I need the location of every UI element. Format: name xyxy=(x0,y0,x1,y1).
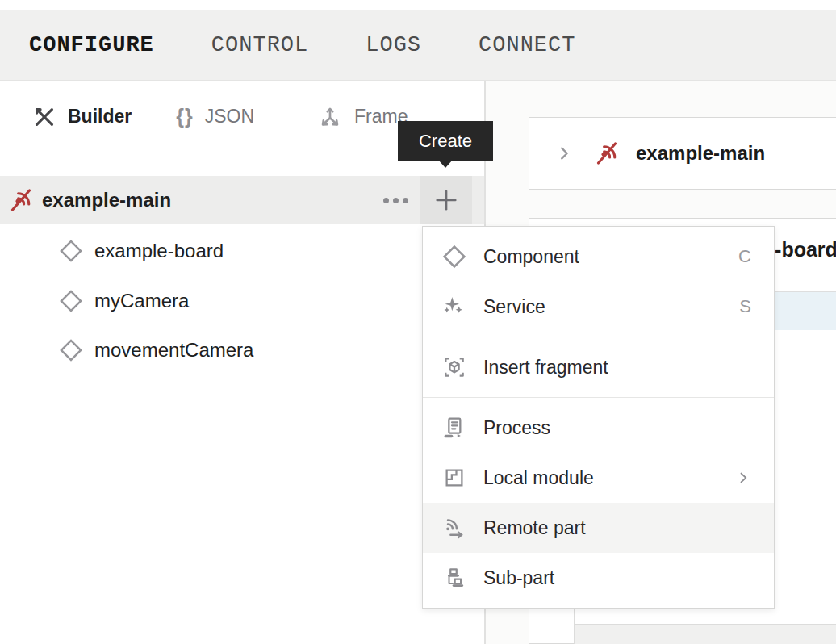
service-sparkles-icon xyxy=(441,294,468,320)
window-top-strip xyxy=(0,0,836,10)
component-diamond-icon xyxy=(58,288,84,314)
menu-item-process[interactable]: Process xyxy=(423,403,774,453)
offline-icon xyxy=(6,186,36,215)
tab-builder[interactable]: Builder xyxy=(32,105,132,129)
tree-row-example-main[interactable]: example-main xyxy=(0,176,484,224)
create-tooltip-label: Create xyxy=(419,131,472,152)
sub-part-icon xyxy=(441,566,468,590)
process-icon xyxy=(441,415,468,441)
fragment-cube-icon xyxy=(441,354,468,380)
tab-builder-label: Builder xyxy=(68,106,132,128)
menu-item-sub-part[interactable]: Sub-part xyxy=(423,553,774,603)
nav-tab-control[interactable]: CONTROL xyxy=(211,33,308,57)
viam-configure-page: CONFIGURE CONTROL LOGS CONNECT example-m… xyxy=(0,0,836,644)
tab-frame[interactable]: Frame xyxy=(317,104,408,130)
menu-item-local-module[interactable]: Local module xyxy=(423,453,774,503)
menu-item-label: Service xyxy=(483,296,739,318)
tree-child-label: example-board xyxy=(94,240,224,262)
create-tooltip: Create xyxy=(398,121,493,161)
ellipsis-icon xyxy=(383,198,408,203)
menu-item-insert-fragment[interactable]: Insert fragment xyxy=(423,342,774,392)
nav-tab-configure[interactable]: CONFIGURE xyxy=(29,33,154,57)
menu-item-label: Sub-part xyxy=(483,567,751,589)
plus-icon xyxy=(432,186,461,215)
builder-sidebar: Builder {} JSON Frame xyxy=(0,81,484,644)
tree-row-mycamera[interactable]: myCamera xyxy=(0,276,484,326)
tree-child-label: movementCamera xyxy=(94,339,253,362)
component-diamond-icon xyxy=(58,238,84,264)
attributes-area xyxy=(575,625,836,644)
machine-part-card-main[interactable]: example-main xyxy=(529,117,836,190)
braces-icon: {} xyxy=(176,105,193,128)
remote-part-icon xyxy=(441,515,468,541)
tools-icon xyxy=(32,105,56,129)
nav-tab-connect[interactable]: CONNECT xyxy=(479,33,575,57)
menu-item-service[interactable]: Service S xyxy=(423,282,774,332)
shortcut-key: S xyxy=(739,296,751,317)
menu-item-label: Local module xyxy=(483,467,735,489)
tab-json-label: JSON xyxy=(205,106,254,128)
menu-item-component[interactable]: Component C xyxy=(423,232,774,282)
menu-item-remote-part[interactable]: Remote part xyxy=(423,503,774,553)
submenu-chevron-icon xyxy=(735,470,751,486)
shortcut-key: C xyxy=(738,246,751,267)
menu-item-label: Component xyxy=(483,246,738,268)
menu-item-label: Insert fragment xyxy=(483,357,751,378)
create-menu: Component C Service S xyxy=(422,226,775,609)
tree-child-label: myCamera xyxy=(94,290,189,312)
more-options-button[interactable] xyxy=(373,176,418,224)
main-nav: CONFIGURE CONTROL LOGS CONNECT xyxy=(0,10,836,81)
tree-row-movementcamera[interactable]: movementCamera xyxy=(0,325,484,375)
machine-part-title: example-main xyxy=(636,142,765,165)
chevron-right-icon[interactable] xyxy=(555,144,573,162)
menu-item-label: Process xyxy=(483,417,751,439)
component-diamond-icon xyxy=(58,337,84,363)
tree-root-label: example-main xyxy=(42,189,171,211)
menu-item-label: Remote part xyxy=(483,517,751,539)
create-button[interactable] xyxy=(420,176,472,224)
nav-tab-logs[interactable]: LOGS xyxy=(366,33,421,57)
local-module-icon xyxy=(441,466,468,490)
tree-row-example-board[interactable]: example-board xyxy=(0,226,484,276)
tab-json[interactable]: {} JSON xyxy=(176,105,254,128)
menu-divider xyxy=(423,337,774,337)
menu-divider xyxy=(423,397,774,398)
axes-icon xyxy=(317,104,343,130)
component-diamond-icon xyxy=(441,243,468,270)
offline-icon xyxy=(592,139,621,168)
